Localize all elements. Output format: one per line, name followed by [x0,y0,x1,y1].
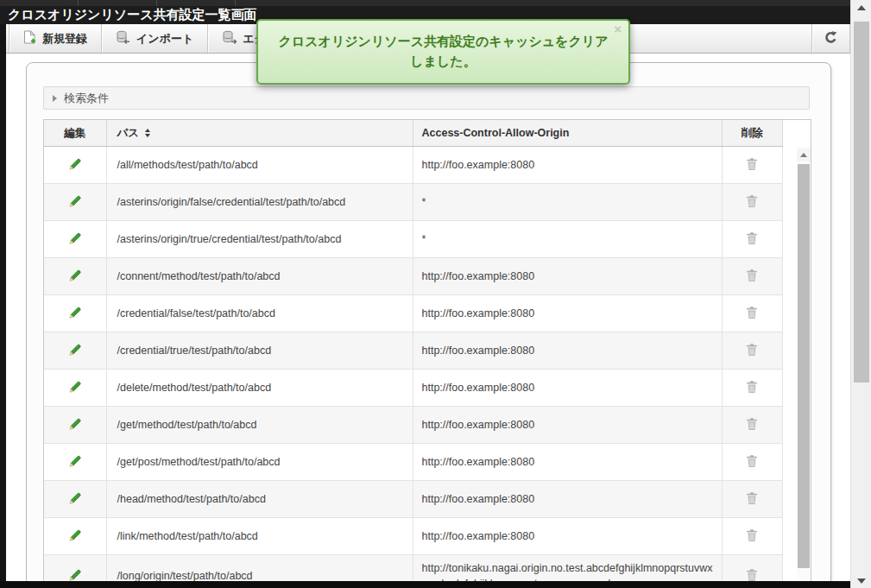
path-cell: /asterins/origin/false/credential/test/p… [106,184,413,221]
table-scrollbar[interactable] [797,147,811,588]
delete-cell [722,295,782,332]
delete-trash-icon[interactable] [746,380,758,394]
delete-cell [722,407,782,444]
table-scrollbar-thumb[interactable] [798,164,810,568]
edit-pencil-icon[interactable] [68,306,82,319]
refresh-button[interactable] [812,24,849,53]
origin-cell: http://foo.example:8080 [413,295,722,332]
table-body: /all/methods/test/path/to/abcd http://fo… [44,147,782,588]
path-cell: /head/method/test/path/to/abcd [106,481,413,518]
search-conditions-label: 検索条件 [64,91,109,106]
window-scrollbar-thumb[interactable] [854,22,869,383]
delete-cell [722,518,782,555]
delete-trash-icon[interactable] [746,269,758,282]
origin-cell: * [413,221,722,258]
table-row: /delete/method/test/path/to/abcd http://… [44,370,782,407]
path-column-header[interactable]: パス [106,120,413,147]
edit-pencil-icon[interactable] [68,568,82,582]
edit-pencil-icon[interactable] [68,380,82,394]
window-left-edge [0,24,6,588]
path-cell: /get/post/method/test/path/to/abcd [106,444,413,481]
database-export-icon [222,30,237,47]
table-scrollbar-up-arrow-icon[interactable] [797,149,811,161]
table-row: /link/method/test/path/to/abcd http://fo… [44,518,782,555]
edit-cell [44,221,106,258]
edit-pencil-icon[interactable] [68,157,82,171]
delete-trash-icon[interactable] [746,491,758,505]
cors-settings-table-container: 編集 パス Access-Control-Allow-Origin [43,119,811,588]
origin-column-header: Access-Control-Allow-Origin [413,120,722,147]
delete-cell [722,481,782,518]
delete-cell [722,332,782,370]
table-row: /get/method/test/path/to/abcd http://foo… [44,407,782,444]
table-row: /asterins/origin/false/credential/test/p… [44,184,782,221]
origin-cell: http://foo.example:8080 [413,444,722,481]
cors-settings-table: 編集 パス Access-Control-Allow-Origin [44,120,783,588]
toast-message: クロスオリジンリソース共有設定のキャッシュをクリアしました。 [275,31,611,72]
new-document-icon [23,30,36,47]
content-card: 検索条件 編集 パス [26,62,831,588]
table-row: /credential/false/test/path/to/abcd http… [44,295,782,332]
import-button[interactable]: インポート [102,24,207,53]
delete-trash-icon[interactable] [746,454,758,468]
path-cell: /credential/true/test/path/to/abcd [106,332,413,370]
window-bottom-edge [0,581,850,588]
table-row: /credential/true/test/path/to/abcd http:… [44,332,782,370]
delete-trash-icon[interactable] [746,568,758,582]
edit-pencil-icon[interactable] [68,194,82,208]
titlebar-segment-divider [78,0,79,6]
import-label: インポート [136,31,193,47]
edit-pencil-icon[interactable] [68,528,82,542]
delete-cell [722,221,782,258]
edit-cell [44,518,106,555]
path-cell: /all/methods/test/path/to/abcd [106,147,413,184]
path-cell: /link/method/test/path/to/abcd [106,518,413,555]
edit-cell [44,147,106,184]
titlebar-segment-divider [235,0,236,6]
delete-trash-icon[interactable] [746,417,758,431]
path-cell: /credential/false/test/path/to/abcd [106,295,413,332]
delete-trash-icon[interactable] [746,343,758,357]
path-cell: /asterins/origin/true/credential/test/pa… [106,221,413,258]
delete-trash-icon[interactable] [746,528,758,542]
origin-cell: http://foo.example:8080 [413,407,722,444]
delete-trash-icon[interactable] [746,194,758,208]
new-registration-button[interactable]: 新規登録 [9,24,101,53]
sort-icon[interactable] [145,129,150,137]
accordion-collapsed-icon [53,95,57,102]
window-scrollbar[interactable] [850,0,871,588]
window-scrollbar-down-arrow-icon[interactable] [851,579,871,584]
origin-cell: http://foo.example:8080 [413,370,722,407]
origin-cell: http://foo.example:8080 [413,332,722,370]
origin-cell: http://foo.example:8080 [413,147,722,184]
path-cell: /get/method/test/path/to/abcd [106,407,413,444]
window-scrollbar-up-arrow-icon[interactable] [851,5,871,10]
search-conditions-accordion[interactable]: 検索条件 [43,86,810,110]
delete-cell [722,184,782,221]
path-cell: /delete/method/test/path/to/abcd [106,370,413,407]
path-cell: /connent/method/test/path/to/abcd [106,258,413,295]
edit-pencil-icon[interactable] [68,343,82,357]
delete-trash-icon[interactable] [746,231,758,245]
edit-pencil-icon[interactable] [68,417,82,431]
edit-pencil-icon[interactable] [68,491,82,505]
toolbar-right-group [811,24,850,53]
edit-pencil-icon[interactable] [68,454,82,468]
table-row: /get/post/method/test/path/to/abcd http:… [44,444,782,481]
edit-cell [44,332,106,370]
delete-trash-icon[interactable] [746,306,758,319]
refresh-icon [824,30,838,47]
edit-cell [44,184,106,221]
edit-cell [44,407,106,444]
edit-pencil-icon[interactable] [68,231,82,245]
table-row: /head/method/test/path/to/abcd http://fo… [44,481,782,518]
edit-pencil-icon[interactable] [68,269,82,282]
edit-cell [44,444,106,481]
origin-cell: http://foo.example:8080 [413,481,722,518]
toast-close-icon[interactable]: × [614,22,622,36]
origin-cell: http://foo.example:8080 [413,518,722,555]
delete-cell [722,258,782,295]
titlebar-top-strip [0,0,850,6]
new-registration-label: 新規登録 [42,31,87,47]
delete-trash-icon[interactable] [746,157,758,171]
